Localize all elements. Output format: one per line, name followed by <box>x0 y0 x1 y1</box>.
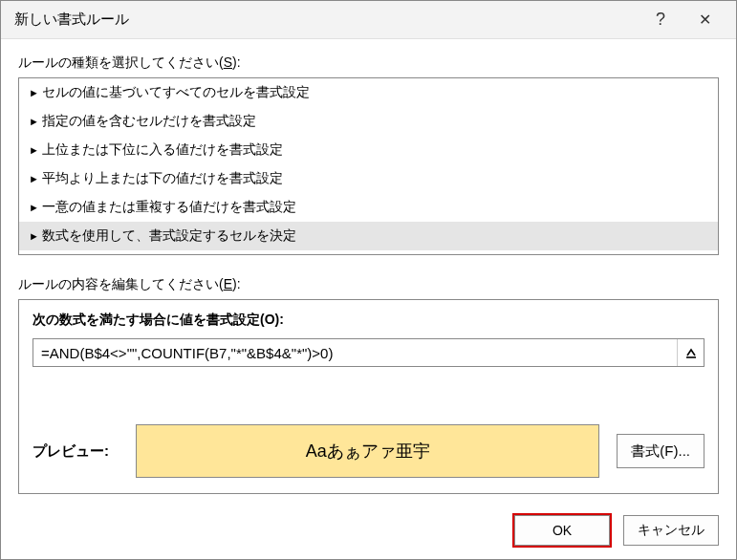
preview-sample-box: Aaあぁアァ亜宇 <box>136 424 599 478</box>
formula-label: 次の数式を満たす場合に値を書式設定(O): <box>33 312 704 329</box>
collapse-dialog-button[interactable] <box>677 339 704 366</box>
bullet-icon: ► <box>29 116 42 127</box>
reference-icon <box>685 347 697 358</box>
titlebar: 新しい書式ルール ? ✕ <box>1 1 736 39</box>
rule-type-item[interactable]: ► 数式を使用して、書式設定するセルを決定 <box>19 222 718 250</box>
new-formatting-rule-dialog: 新しい書式ルール ? ✕ ルールの種類を選択してください(S): ► セルの値に… <box>0 0 737 560</box>
rule-type-item-label: 上位または下位に入る値だけを書式設定 <box>42 141 283 159</box>
bullet-icon: ► <box>29 144 42 156</box>
rule-edit-label: ルールの内容を編集してください(E): <box>18 276 719 293</box>
rule-type-item[interactable]: ► 上位または下位に入る値だけを書式設定 <box>19 136 718 164</box>
close-icon: ✕ <box>699 11 711 29</box>
preview-label: プレビュー: <box>33 442 119 461</box>
rule-type-item[interactable]: ► セルの値に基づいてすべてのセルを書式設定 <box>19 78 718 107</box>
rule-type-item-label: 指定の値を含むセルだけを書式設定 <box>42 113 256 130</box>
rule-type-item[interactable]: ► 一意の値または重複する値だけを書式設定 <box>19 193 718 222</box>
dialog-title: 新しい書式ルール <box>14 11 639 29</box>
rule-type-item-label: 平均より上または下の値だけを書式設定 <box>42 170 283 187</box>
bullet-icon: ► <box>29 230 42 242</box>
formula-input[interactable] <box>33 339 677 366</box>
rule-type-item-label: 数式を使用して、書式設定するセルを決定 <box>42 227 296 245</box>
preview-row: プレビュー: Aaあぁアァ亜宇 書式(F)... <box>33 424 704 478</box>
rule-type-item-label: 一意の値または重複する値だけを書式設定 <box>42 199 296 216</box>
rule-edit-section: ルールの内容を編集してください(E): 次の数式を満たす場合に値を書式設定(O)… <box>18 276 719 494</box>
dialog-content: ルールの種類を選択してください(S): ► セルの値に基づいてすべてのセルを書式… <box>1 39 736 506</box>
formula-row <box>33 338 704 367</box>
format-button[interactable]: 書式(F)... <box>617 434 704 468</box>
cancel-button[interactable]: キャンセル <box>623 515 719 546</box>
preview-sample-text: Aaあぁアァ亜宇 <box>306 440 430 463</box>
rule-type-item[interactable]: ► 平均より上または下の値だけを書式設定 <box>19 164 718 193</box>
rule-type-label: ルールの種類を選択してください(S): <box>18 54 719 72</box>
close-button[interactable]: ✕ <box>683 5 726 35</box>
rule-type-list[interactable]: ► セルの値に基づいてすべてのセルを書式設定 ► 指定の値を含むセルだけを書式設… <box>18 77 719 255</box>
help-button[interactable]: ? <box>639 5 683 35</box>
bullet-icon: ► <box>29 87 42 98</box>
rule-type-item-label: セルの値に基づいてすべてのセルを書式設定 <box>42 84 310 101</box>
rule-edit-box: 次の数式を満たす場合に値を書式設定(O): プレビュー: Aaあぁアァ亜宇 <box>18 299 719 494</box>
bullet-icon: ► <box>29 202 42 213</box>
ok-button[interactable]: OK <box>514 515 610 546</box>
rule-type-item[interactable]: ► 指定の値を含むセルだけを書式設定 <box>19 107 718 136</box>
bullet-icon: ► <box>29 173 42 184</box>
dialog-button-row: OK キャンセル <box>1 506 736 559</box>
